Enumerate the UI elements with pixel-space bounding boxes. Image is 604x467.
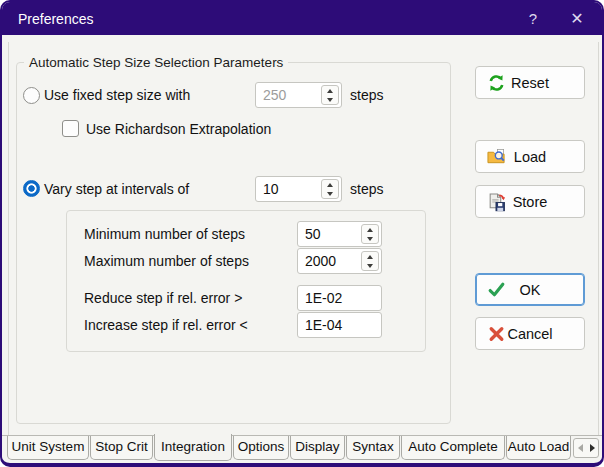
refresh-icon <box>487 73 506 92</box>
tab-unit-system[interactable]: Unit System <box>7 436 89 460</box>
store-button[interactable]: Store <box>475 185 585 218</box>
vary-step-radio[interactable] <box>23 180 40 197</box>
increase-step-input[interactable] <box>298 313 381 337</box>
close-button[interactable]: ✕ <box>560 2 594 35</box>
store-label: Store <box>513 194 548 210</box>
spin-down-button[interactable] <box>362 261 378 270</box>
max-steps-spinner <box>361 251 379 271</box>
ok-button[interactable]: OK <box>475 273 585 306</box>
load-button[interactable]: Load <box>475 140 585 173</box>
spin-up-button[interactable] <box>362 252 378 261</box>
ok-label: OK <box>520 282 541 298</box>
window-title: Preferences <box>18 11 93 27</box>
tab-auto-load[interactable]: Auto Load <box>506 436 571 460</box>
spin-down-button[interactable] <box>322 189 338 198</box>
tab-scroller <box>573 438 599 458</box>
groupbox-title: Automatic Step Size Selection Parameters <box>24 55 288 70</box>
cancel-label: Cancel <box>507 326 552 342</box>
tab-integration[interactable]: Integration <box>154 434 232 461</box>
tab-syntax[interactable]: Syntax <box>346 436 400 460</box>
title-bar: Preferences ? ✕ <box>2 2 602 35</box>
fixed-step-spinner <box>321 85 339 105</box>
min-steps-field[interactable] <box>297 221 382 247</box>
reset-button[interactable]: Reset <box>475 66 585 99</box>
increase-step-field[interactable] <box>297 312 382 338</box>
spin-down-button[interactable] <box>322 95 338 104</box>
check-icon <box>487 280 506 299</box>
max-steps-field[interactable] <box>297 248 382 274</box>
spin-up-button[interactable] <box>322 86 338 95</box>
max-steps-label: Maximum number of steps <box>84 248 249 274</box>
x-icon <box>487 324 506 343</box>
spin-up-button[interactable] <box>362 225 378 234</box>
tab-auto-complete[interactable]: Auto Complete <box>401 436 505 460</box>
preferences-dialog: Preferences ? ✕ Automatic Step Size Sele… <box>0 0 604 467</box>
tab-scroll-right-button[interactable] <box>586 439 598 457</box>
fixed-step-label: Use fixed step size with <box>44 82 190 108</box>
tab-scroll-left-button[interactable] <box>574 439 586 457</box>
vary-step-label: Vary step at intervals of <box>44 176 189 202</box>
tab-stop-crit[interactable]: Stop Crit <box>90 436 153 460</box>
reset-label: Reset <box>511 75 549 91</box>
help-button[interactable]: ? <box>516 2 550 35</box>
min-steps-label: Minimum number of steps <box>84 221 245 247</box>
fixed-step-unit: steps <box>350 82 383 108</box>
folder-search-icon <box>487 147 506 166</box>
reduce-step-field[interactable] <box>297 285 382 311</box>
spin-down-button[interactable] <box>362 234 378 243</box>
vary-step-spinner <box>321 179 339 199</box>
fixed-step-radio[interactable] <box>23 87 40 104</box>
richardson-checkbox[interactable] <box>62 120 79 137</box>
cancel-button[interactable]: Cancel <box>475 317 585 350</box>
reduce-step-label: Reduce step if rel. error > <box>84 285 242 311</box>
increase-step-label: Increase step if rel. error < <box>84 312 248 338</box>
pane-right-edge <box>598 42 599 435</box>
richardson-label: Use Richardson Extrapolation <box>86 116 271 142</box>
spin-up-button[interactable] <box>322 180 338 189</box>
load-label: Load <box>514 149 546 165</box>
vary-step-unit: steps <box>350 176 383 202</box>
tab-options[interactable]: Options <box>233 436 289 460</box>
save-store-icon <box>487 192 506 211</box>
pane-left-edge <box>8 42 9 435</box>
tab-display[interactable]: Display <box>290 436 345 460</box>
min-steps-spinner <box>361 224 379 244</box>
reduce-step-input[interactable] <box>298 286 381 310</box>
fixed-step-field[interactable] <box>255 82 342 108</box>
vary-step-field[interactable] <box>255 176 342 202</box>
